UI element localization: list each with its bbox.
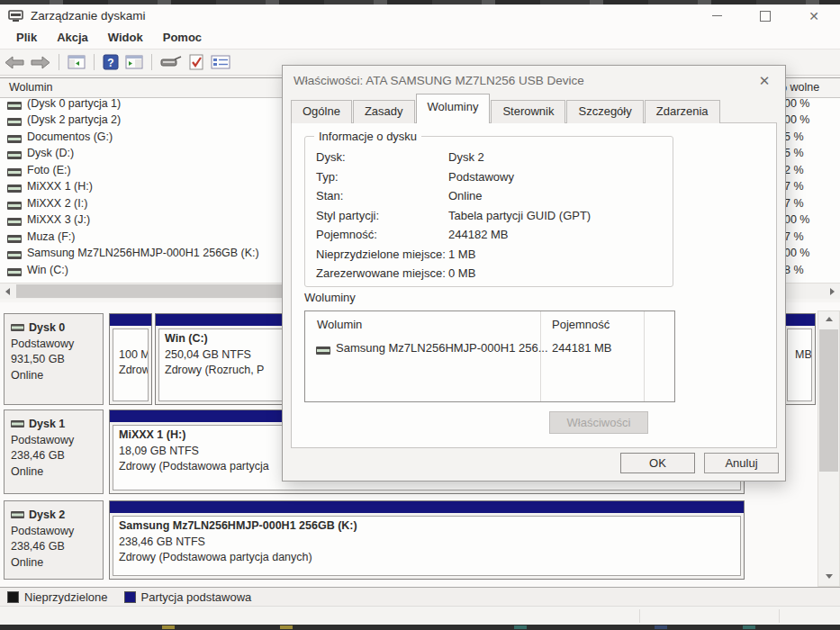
tab-sterownik[interactable]: Sterownik: [491, 100, 565, 123]
volume-name: Foto (E:): [27, 164, 71, 176]
cancel-button[interactable]: Anuluj: [704, 453, 779, 473]
info-label: Pojemność:: [316, 228, 448, 241]
legend-primary-partition-label: Partycja podstawowa: [141, 590, 252, 604]
status-bar-divider: [779, 609, 780, 623]
disk-volume-icon: [7, 149, 22, 162]
toolbar-separator: [94, 54, 95, 70]
info-value: Online: [448, 189, 483, 202]
info-row: Typ: Podstawowy: [316, 167, 665, 187]
partition-block-clipped[interactable]: MB: [783, 313, 816, 405]
disk-volume-icon: [7, 116, 22, 129]
show-action-pane-icon[interactable]: [125, 55, 143, 69]
disk-icon: [11, 417, 24, 433]
info-label: Nieprzydzielone miejsce:: [316, 248, 448, 261]
scroll-left-button[interactable]: [0, 284, 15, 299]
disk-management-window: Zarządzanie dyskami ✕ Plik Akcja Widok P…: [0, 0, 840, 630]
help-icon[interactable]: ?: [103, 54, 119, 70]
disk-volume-icon: [7, 216, 22, 229]
tab-woluminy[interactable]: Woluminy: [416, 94, 491, 123]
volume-name: MiXXX 2 (I:): [27, 197, 87, 210]
show-console-tree-icon[interactable]: [68, 55, 86, 69]
partition-name: Samsung Mz7LN256HMJP-000H1 256GB (K:): [119, 518, 740, 535]
menu-widok[interactable]: Widok: [98, 28, 153, 47]
disk-size: 931,50 GB: [11, 352, 103, 368]
scroll-up-icon: [826, 317, 833, 321]
disk-volume-icon: [7, 183, 22, 195]
info-value: Dysk 2: [448, 150, 484, 164]
partition-block-efi[interactable]: 100 MB Zdrowy: [109, 313, 152, 405]
scroll-right-button[interactable]: [825, 284, 840, 299]
info-value: Podstawowy: [448, 170, 514, 184]
legend-bar: Nieprzydzielone Partycja podstawowa: [0, 587, 840, 607]
disk-icon: [11, 508, 24, 524]
photo-artifact-bottom-strip: [0, 625, 840, 630]
info-label: Styl partycji:: [316, 209, 448, 222]
close-icon: ✕: [759, 73, 771, 89]
properties-dialog: Właściwości: ATA SAMSUNG MZ7LN256 USB De…: [282, 65, 786, 482]
dialog-close-button[interactable]: ✕: [752, 71, 777, 91]
volume-name: Dysk (D:): [27, 147, 74, 159]
properties-list-icon[interactable]: [211, 55, 230, 69]
disk-size: 238,46 GB: [11, 448, 103, 464]
back-icon[interactable]: [5, 56, 24, 69]
menu-pomoc[interactable]: Pomoc: [153, 28, 212, 47]
partition-status: Zdrowy: [119, 363, 148, 379]
info-value: 244182 MB: [448, 228, 509, 241]
artifact-dash: [162, 626, 175, 629]
disk-status: Online: [11, 464, 103, 481]
disk-management-app-icon: [8, 10, 23, 22]
column-header-wolumin[interactable]: Wolumin: [9, 81, 52, 94]
volume-capacity: 244181 MB: [552, 341, 612, 355]
minimize-button[interactable]: [696, 4, 737, 27]
disk-name: Dysk 1: [29, 417, 65, 433]
scroll-down-button[interactable]: [818, 569, 839, 584]
check-document-icon[interactable]: [188, 54, 204, 70]
volume-name: (Dysk 2 partycja 2): [27, 113, 121, 126]
column-divider: [644, 311, 645, 401]
column-header-wolumin[interactable]: Wolumin: [317, 318, 362, 331]
scroll-up-button[interactable]: [818, 311, 839, 327]
disk-volume-icon: [7, 200, 22, 212]
unallocated-color-swatch: [7, 591, 19, 603]
tab-zasady[interactable]: Zasady: [353, 100, 415, 123]
volume-name[interactable]: Samsung Mz7LN256HMJP-000H1 256...: [336, 341, 548, 355]
tab-szczegoly[interactable]: Szczegóły: [566, 100, 643, 123]
status-bar: [0, 606, 840, 626]
tab-ogolne[interactable]: Ogólne: [291, 100, 352, 123]
disk-volume-icon: [7, 266, 22, 279]
partition-name: [795, 331, 811, 347]
partition-block-samsung-k[interactable]: Samsung Mz7LN256HMJP-000H1 256GB (K:) 23…: [109, 500, 745, 580]
ok-button[interactable]: OK: [620, 453, 695, 473]
volume-name: MiXXX 1 (H:): [27, 180, 93, 193]
vertical-scrollbar[interactable]: [817, 310, 840, 587]
disk-0-label-panel[interactable]: Dysk 0 Podstawowy 931,50 GB Online: [4, 313, 104, 405]
partition-name: [119, 331, 148, 347]
disk-2-label-panel[interactable]: Dysk 2 Podstawowy 238,46 GB Online: [4, 500, 104, 580]
tab-zdarzenia[interactable]: Zdarzenia: [645, 100, 720, 123]
partition-size: 100 MB: [119, 347, 148, 364]
disk-device-icon[interactable]: [160, 56, 182, 68]
close-button[interactable]: ✕: [793, 4, 835, 27]
disk-icon: [11, 320, 24, 337]
maximize-button[interactable]: [745, 4, 786, 27]
vertical-scroll-thumb[interactable]: [819, 329, 838, 472]
forward-icon[interactable]: [31, 56, 50, 69]
volume-name: Muza (F:): [27, 230, 75, 243]
disk-row-2: Dysk 2 Podstawowy 238,46 GB Online Samsu…: [0, 500, 816, 580]
artifact-dash: [514, 626, 527, 629]
info-row: Dysk: Dysk 2: [316, 148, 665, 167]
info-row: Zarezerwowane miejsce: 0 MB: [316, 264, 665, 284]
volume-name: MiXXX 3 (J:): [27, 213, 90, 226]
column-header-pojemnosc[interactable]: Pojemność: [552, 318, 610, 331]
dialog-title: Właściwości: ATA SAMSUNG MZ7LN256 USB De…: [294, 74, 584, 87]
info-value: 1 MB: [448, 248, 475, 261]
disk-status: Online: [11, 368, 103, 384]
info-label: Zarezerwowane miejsce:: [316, 266, 448, 280]
dialog-volumes-list[interactable]: Wolumin Pojemność Samsung Mz7LN256HMJP-0…: [304, 310, 675, 402]
scroll-down-icon: [826, 574, 833, 579]
disk-1-label-panel[interactable]: Dysk 1 Podstawowy 238,46 GB Online: [4, 410, 104, 494]
menu-plik[interactable]: Plik: [6, 28, 47, 47]
window-title: Zarządzanie dyskami: [31, 9, 146, 22]
menu-akcja[interactable]: Akcja: [47, 28, 98, 47]
info-value: Tabela partycji GUID (GPT): [448, 209, 591, 222]
